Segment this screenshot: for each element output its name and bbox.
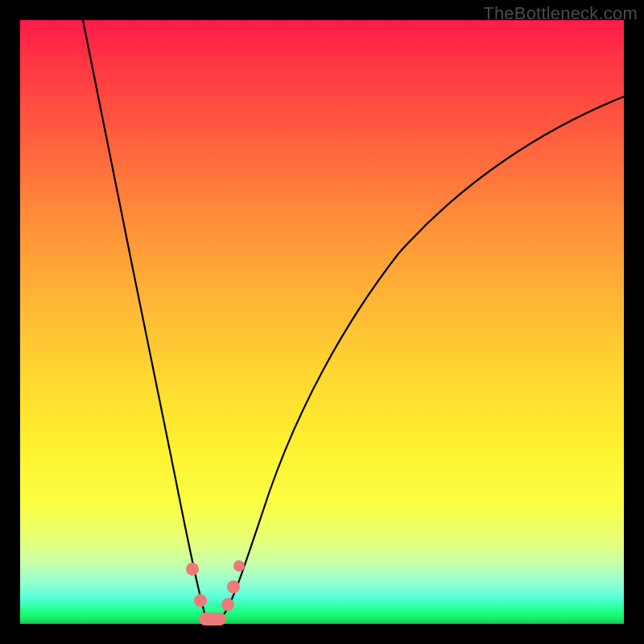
highlight-dot	[221, 598, 234, 611]
highlight-segment	[199, 613, 226, 625]
highlight-dot	[233, 560, 245, 572]
chart-svg	[20, 20, 624, 624]
v-curve	[83, 20, 624, 621]
watermark-text: TheBottleneck.com	[483, 3, 638, 24]
chart-plot-area	[20, 20, 624, 624]
highlight-dot	[194, 594, 207, 607]
highlight-dot	[227, 580, 240, 593]
highlight-dot	[186, 563, 199, 576]
